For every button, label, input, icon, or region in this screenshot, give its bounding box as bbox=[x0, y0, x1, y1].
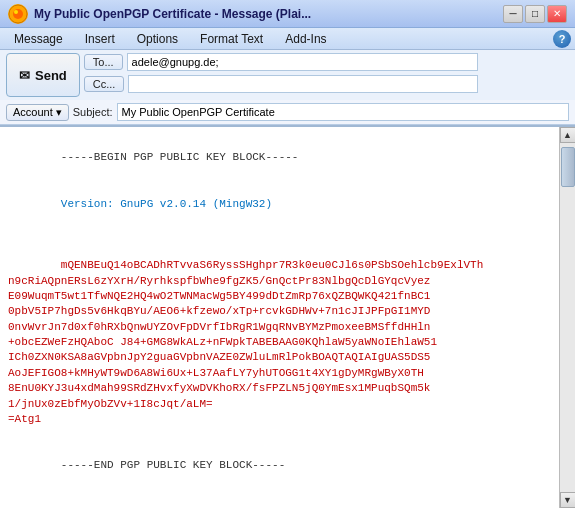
message-body[interactable]: -----BEGIN PGP PUBLIC KEY BLOCK----- Ver… bbox=[0, 127, 575, 508]
cc-input[interactable] bbox=[128, 75, 478, 93]
pgp-block: -----BEGIN PGP PUBLIC KEY BLOCK----- Ver… bbox=[8, 135, 555, 489]
vertical-scrollbar[interactable]: ▲ ▼ bbox=[559, 127, 575, 508]
subject-label: Subject: bbox=[73, 106, 113, 118]
window-title: My Public OpenPGP Certificate - Message … bbox=[34, 7, 497, 21]
send-label: Send bbox=[35, 68, 67, 83]
maximize-button[interactable]: □ bbox=[525, 5, 545, 23]
menu-bar: Message Insert Options Format Text Add-I… bbox=[0, 28, 575, 50]
cc-button[interactable]: Cc... bbox=[84, 76, 125, 92]
pgp-end-footer: -----END PGP PUBLIC KEY BLOCK----- bbox=[61, 459, 285, 471]
close-button[interactable]: ✕ bbox=[547, 5, 567, 23]
menu-format-text[interactable]: Format Text bbox=[190, 30, 273, 48]
compose-header: ✉ Send To... Cc... Account ▾ S bbox=[0, 50, 575, 127]
scroll-up-arrow[interactable]: ▲ bbox=[560, 127, 576, 143]
menu-options[interactable]: Options bbox=[127, 30, 188, 48]
window-controls: ─ □ ✕ bbox=[503, 5, 567, 23]
to-row: To... bbox=[84, 53, 479, 71]
app-icon bbox=[8, 4, 28, 24]
send-button[interactable]: ✉ Send bbox=[6, 53, 80, 97]
svg-point-2 bbox=[14, 10, 18, 14]
send-to-row: ✉ Send To... Cc... bbox=[0, 50, 575, 100]
title-bar: My Public OpenPGP Certificate - Message … bbox=[0, 0, 575, 28]
account-subject-row: Account ▾ Subject: bbox=[0, 100, 575, 125]
subject-input[interactable] bbox=[117, 103, 570, 121]
to-cc-column: To... Cc... bbox=[84, 53, 479, 97]
pgp-body-text: mQENBEuQ14oBCADhRTvvaS6RyssSHghpr7R3k0eu… bbox=[8, 259, 483, 425]
minimize-button[interactable]: ─ bbox=[503, 5, 523, 23]
cc-row: Cc... bbox=[84, 75, 479, 93]
to-button[interactable]: To... bbox=[84, 54, 123, 70]
account-button[interactable]: Account ▾ bbox=[6, 104, 69, 121]
scroll-down-arrow[interactable]: ▼ bbox=[560, 492, 576, 508]
menu-add-ins[interactable]: Add-Ins bbox=[275, 30, 336, 48]
svg-point-1 bbox=[13, 9, 23, 19]
account-dropdown-icon: ▾ bbox=[56, 106, 62, 119]
menu-message[interactable]: Message bbox=[4, 30, 73, 48]
scroll-thumb[interactable] bbox=[561, 147, 575, 187]
app-window: My Public OpenPGP Certificate - Message … bbox=[0, 0, 575, 508]
help-icon[interactable]: ? bbox=[553, 30, 571, 48]
pgp-version-line: Version: GnuPG v2.0.14 (MingW32) bbox=[61, 198, 272, 210]
send-icon: ✉ bbox=[19, 68, 30, 83]
scroll-track bbox=[561, 143, 575, 492]
to-input[interactable] bbox=[127, 53, 479, 71]
account-label: Account bbox=[13, 106, 53, 118]
send-column: ✉ Send bbox=[6, 53, 80, 97]
pgp-begin-header: -----BEGIN PGP PUBLIC KEY BLOCK----- bbox=[61, 151, 299, 163]
content-section: -----BEGIN PGP PUBLIC KEY BLOCK----- Ver… bbox=[0, 127, 575, 508]
menu-insert[interactable]: Insert bbox=[75, 30, 125, 48]
